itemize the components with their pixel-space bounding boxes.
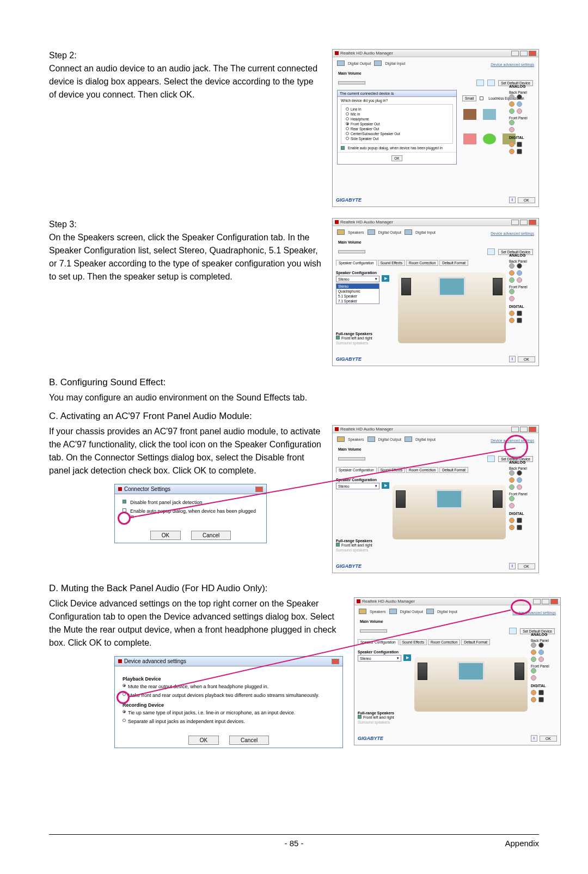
- env-icon[interactable]: [463, 109, 476, 120]
- jack-icon[interactable]: [509, 296, 514, 301]
- jack-icon[interactable]: [509, 263, 514, 269]
- tab-digital-out[interactable]: Digital Output: [400, 610, 423, 614]
- jack-icon[interactable]: [517, 470, 522, 476]
- jack-icon[interactable]: [517, 525, 522, 530]
- mute-icon[interactable]: [476, 80, 484, 86]
- minimize-icon[interactable]: [511, 220, 519, 225]
- tab-icon[interactable]: [337, 229, 345, 235]
- jack-icon[interactable]: [509, 503, 514, 508]
- jack-icon[interactable]: [509, 108, 514, 114]
- checkbox-icon[interactable]: [341, 146, 345, 150]
- subtab-default-format[interactable]: Default Format: [461, 639, 490, 645]
- tab-digital-in[interactable]: Digital Input: [437, 610, 457, 614]
- config-option[interactable]: Quadraphonic: [336, 289, 379, 294]
- tab-icon[interactable]: [405, 229, 412, 235]
- tab-speakers[interactable]: Speakers: [348, 438, 364, 441]
- tab-icon[interactable]: [389, 609, 397, 614]
- ok-button[interactable]: OK: [188, 736, 219, 745]
- ok-button[interactable]: OK: [540, 736, 557, 742]
- tab-icon[interactable]: [426, 609, 434, 614]
- subtab-default-format[interactable]: Default Format: [439, 467, 468, 473]
- jack-icon[interactable]: [509, 120, 514, 125]
- env-icon[interactable]: [483, 133, 496, 144]
- tab-icon[interactable]: [337, 60, 345, 66]
- cancel-button[interactable]: Cancel: [191, 531, 231, 540]
- jack-icon[interactable]: [517, 263, 522, 269]
- jack-icon[interactable]: [517, 484, 522, 490]
- info-icon[interactable]: i: [509, 563, 516, 569]
- speaker-config-dropdown[interactable]: Stereo▾: [358, 655, 401, 661]
- radio-icon[interactable]: [122, 684, 126, 687]
- minimize-icon[interactable]: [511, 427, 519, 432]
- advanced-settings-link[interactable]: Device advanced settings: [491, 232, 534, 235]
- jack-icon[interactable]: [517, 108, 522, 114]
- jack-icon[interactable]: [509, 484, 514, 490]
- tab-digital-in[interactable]: Digital Input: [385, 62, 405, 65]
- jack-icon[interactable]: [517, 142, 522, 147]
- checkbox-icon[interactable]: [358, 715, 362, 719]
- env-icon[interactable]: [463, 133, 476, 144]
- maximize-icon[interactable]: [520, 51, 528, 56]
- ok-button[interactable]: OK: [150, 531, 181, 540]
- ok-button[interactable]: OK: [518, 356, 535, 362]
- jack-icon[interactable]: [531, 675, 536, 681]
- checkbox-icon[interactable]: [122, 500, 126, 503]
- tab-icon[interactable]: [337, 436, 345, 442]
- close-icon[interactable]: [255, 487, 263, 492]
- maximize-icon[interactable]: [520, 427, 528, 432]
- jack-icon[interactable]: [517, 477, 522, 483]
- config-option[interactable]: 7.1 Speaker: [336, 299, 379, 304]
- close-icon[interactable]: [332, 659, 339, 664]
- speaker-config-dropdown[interactable]: Stereo▾: [336, 483, 379, 489]
- speaker-icon[interactable]: [487, 248, 495, 255]
- radio-icon[interactable]: [122, 719, 126, 722]
- jack-icon[interactable]: [509, 518, 514, 523]
- jack-icon[interactable]: [538, 642, 544, 648]
- ok-button[interactable]: OK: [518, 563, 535, 569]
- jack-icon[interactable]: [509, 149, 514, 154]
- info-icon[interactable]: i: [509, 197, 516, 203]
- radio-icon[interactable]: [346, 117, 349, 120]
- subtab-speaker-config[interactable]: Speaker Configuration: [336, 260, 377, 266]
- checkbox-icon[interactable]: [336, 543, 340, 547]
- jack-icon[interactable]: [517, 149, 522, 154]
- radio-icon[interactable]: [122, 693, 126, 696]
- tab-digital-out[interactable]: Digital Output: [348, 62, 371, 65]
- jack-icon[interactable]: [509, 470, 514, 476]
- tab-icon[interactable]: [367, 436, 375, 442]
- radio-icon[interactable]: [346, 137, 349, 140]
- config-option[interactable]: 5.1 Speaker: [336, 294, 379, 299]
- tab-icon[interactable]: [405, 436, 412, 442]
- tab-digital-out[interactable]: Digital Output: [378, 230, 401, 234]
- config-option[interactable]: Stereo: [336, 284, 379, 289]
- jack-icon[interactable]: [531, 690, 536, 695]
- jack-icon[interactable]: [531, 642, 536, 648]
- checkbox-icon[interactable]: [480, 96, 483, 100]
- jack-icon[interactable]: [538, 657, 544, 662]
- tab-speakers[interactable]: Speakers: [370, 610, 386, 614]
- subtab-sound-effects[interactable]: Sound Effects: [400, 639, 427, 645]
- ok-button[interactable]: OK: [518, 197, 535, 203]
- radio-icon[interactable]: [346, 127, 349, 130]
- play-test-icon[interactable]: [382, 275, 389, 282]
- jack-icon[interactable]: [509, 477, 514, 483]
- jack-icon[interactable]: [517, 101, 522, 107]
- play-test-icon[interactable]: [403, 654, 411, 661]
- jack-icon[interactable]: [538, 690, 544, 695]
- tab-digital-in[interactable]: Digital Input: [415, 438, 436, 441]
- maximize-icon[interactable]: [520, 220, 528, 225]
- env-icon[interactable]: [483, 109, 496, 120]
- checkbox-icon[interactable]: [336, 336, 340, 339]
- jack-icon[interactable]: [517, 94, 522, 100]
- advanced-settings-link[interactable]: Device advanced settings: [512, 611, 556, 615]
- jack-icon[interactable]: [538, 650, 544, 655]
- jack-icon[interactable]: [531, 650, 536, 655]
- subtab-default-format[interactable]: Default Format: [439, 260, 468, 266]
- jack-icon[interactable]: [509, 525, 514, 530]
- jack-icon[interactable]: [517, 277, 522, 283]
- subtab-sound-effects[interactable]: Sound Effects: [378, 467, 405, 473]
- subtab-speaker-config[interactable]: Speaker Configuration: [336, 467, 377, 473]
- close-icon[interactable]: [529, 51, 536, 56]
- radio-icon[interactable]: [122, 710, 126, 713]
- jack-icon[interactable]: [517, 270, 522, 276]
